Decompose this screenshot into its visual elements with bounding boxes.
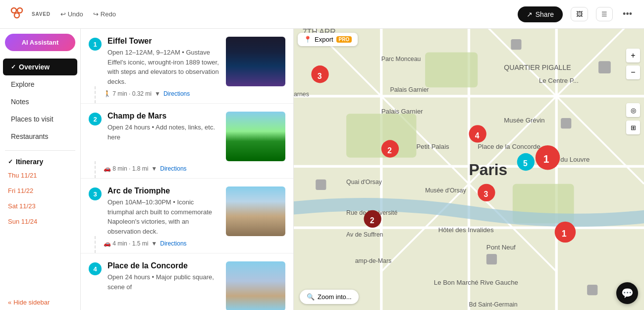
sidebar-date-item[interactable]: Thu 11/21: [0, 168, 80, 183]
directions-link[interactable]: Directions: [160, 165, 186, 172]
place-card: 4Place de la ConcordeOpen 24 hours • Maj…: [81, 253, 293, 310]
export-button[interactable]: 📍 Export PRO: [298, 33, 358, 46]
sidebar-item-explore[interactable]: Explore: [3, 76, 77, 93]
transport-info: 🚗 8 min · 1.8 mi: [104, 165, 148, 172]
svg-text:amp-de-Mars: amp-de-Mars: [355, 257, 392, 264]
svg-text:1: 1: [543, 153, 549, 165]
map-zoom-in-button[interactable]: +: [626, 49, 640, 62]
place-image: [226, 37, 285, 86]
sidebar-item-notes[interactable]: Notes: [3, 93, 77, 110]
svg-text:Petit Palais: Petit Palais: [416, 143, 449, 150]
undo-button[interactable]: ↩ Undo: [56, 8, 87, 20]
sidebar: AI Assistant Overview Explore Notes Plac…: [0, 29, 81, 310]
transport-arrow-icon: ▼: [151, 240, 157, 247]
sidebar-item-overview[interactable]: Overview: [3, 59, 77, 75]
transport-info: 🚗 4 min · 1.5 mi: [104, 240, 148, 247]
list-icon: ☰: [601, 10, 607, 18]
svg-rect-72: [598, 61, 611, 73]
place-name: Champ de Mars: [107, 112, 220, 121]
place-name: Place de la Concorde: [107, 261, 220, 270]
share-icon: ↗: [527, 10, 533, 18]
svg-rect-75: [316, 180, 326, 190]
place-name: Arc de Triomphe: [107, 186, 220, 195]
redo-button[interactable]: ↪ Redo: [89, 8, 120, 20]
place-card-inner: 3Arc de TriompheOpen 10AM–10:30PM • Icon…: [81, 179, 293, 236]
place-description: Open 10AM–10:30PM • Iconic triumphal arc…: [107, 197, 220, 236]
sidebar-item-itinerary[interactable]: Itinerary: [0, 154, 80, 168]
svg-rect-73: [511, 39, 521, 50]
svg-text:Av de Suffren: Av de Suffren: [346, 231, 383, 238]
sidebar-item-places[interactable]: Places to visit: [3, 111, 77, 127]
places-container: 1Eiffel TowerOpen 12–12AM, 9–12AM • Gust…: [81, 29, 293, 310]
hide-sidebar-button[interactable]: « Hide sidebar: [0, 295, 80, 310]
chat-icon: 💬: [621, 287, 634, 299]
svg-text:Bd Saint-Germain: Bd Saint-Germain: [469, 301, 518, 308]
sidebar-divider: [5, 150, 75, 151]
svg-text:Palais Garnier: Palais Garnier: [390, 86, 429, 93]
place-name: Eiffel Tower: [107, 37, 220, 46]
sidebar-nav: Overview Explore Notes Places to visit R…: [0, 56, 80, 147]
map-locate-button[interactable]: ◎: [626, 103, 640, 117]
place-description: Open 24 hours • Major public square, sce…: [107, 272, 220, 292]
place-image: [226, 261, 285, 310]
svg-text:4: 4: [475, 131, 480, 140]
svg-text:3: 3: [484, 190, 488, 198]
locate-icon: ◎: [631, 107, 636, 114]
app-logo: [8, 4, 26, 24]
sidebar-date-item[interactable]: Sun 11/24: [0, 214, 80, 229]
svg-text:Palais Garnier: Palais Garnier: [381, 108, 424, 115]
list-view-button[interactable]: ☰: [596, 7, 613, 21]
place-info: Champ de MarsOpen 24 hours • Add notes, …: [107, 112, 220, 161]
place-transport: 🚗 4 min · 1.5 mi ▼ Directions: [95, 236, 293, 253]
zoom-into-button[interactable]: 🔍 Zoom into...: [300, 290, 359, 304]
undo-icon: ↩: [60, 10, 66, 18]
topbar-actions: ↩ Undo ↪ Redo: [56, 8, 120, 20]
map-zoom-out-button[interactable]: −: [626, 65, 640, 79]
svg-rect-15: [425, 53, 478, 88]
map-layers-button[interactable]: ⊞: [626, 121, 640, 134]
svg-text:Musée Grévin: Musée Grévin: [504, 117, 544, 124]
main-content: AI Assistant Overview Explore Notes Plac…: [0, 29, 644, 310]
place-info: Arc de TriompheOpen 10AM–10:30PM • Iconi…: [107, 186, 220, 236]
directions-link[interactable]: Directions: [160, 240, 186, 247]
svg-rect-14: [346, 114, 416, 157]
place-card: 3Arc de TriompheOpen 10AM–10:30PM • Icon…: [81, 179, 293, 253]
svg-text:Parc Monceau: Parc Monceau: [381, 56, 421, 62]
svg-rect-76: [486, 254, 497, 264]
svg-text:Musée d'Orsay: Musée d'Orsay: [425, 187, 467, 194]
ai-assistant-button[interactable]: AI Assistant: [5, 34, 75, 51]
place-card-inner: 1Eiffel TowerOpen 12–12AM, 9–12AM • Gust…: [81, 29, 293, 86]
svg-text:Place de la Concorde: Place de la Concorde: [478, 143, 540, 150]
places-list: 1Eiffel TowerOpen 12–12AM, 9–12AM • Gust…: [81, 29, 294, 310]
place-info: Eiffel TowerOpen 12–12AM, 9–12AM • Gusta…: [107, 37, 220, 86]
svg-text:5: 5: [523, 159, 528, 168]
place-card-inner: 2Champ de MarsOpen 24 hours • Add notes,…: [81, 104, 293, 161]
image-view-button[interactable]: 🖼: [571, 7, 588, 21]
chevron-left-icon: «: [8, 299, 11, 306]
sidebar-date-item[interactable]: Sat 11/23: [0, 198, 80, 214]
search-zoom-icon: 🔍: [307, 293, 315, 301]
svg-text:Pont Neuf: Pont Neuf: [486, 244, 516, 251]
place-description: Open 24 hours • Add notes, links, etc. h…: [107, 123, 220, 142]
more-options-button[interactable]: •••: [619, 7, 636, 21]
place-image: [226, 186, 285, 236]
place-image: [226, 112, 285, 161]
transport-arrow-icon: ▼: [151, 165, 157, 172]
place-number-badge: 3: [89, 187, 102, 200]
place-card: 2Champ de MarsOpen 24 hours • Add notes,…: [81, 104, 293, 179]
svg-text:arnes: arnes: [294, 91, 309, 98]
place-number-badge: 4: [89, 262, 102, 275]
map-pin-icon: 📍: [304, 36, 312, 43]
sidebar-dates: Thu 11/21Fri 11/22Sat 11/23Sun 11/24: [0, 168, 80, 229]
sidebar-item-restaurants[interactable]: Restaurants: [3, 128, 77, 145]
share-button[interactable]: ↗ Share: [518, 6, 563, 22]
sidebar-date-item[interactable]: Fri 11/22: [0, 183, 80, 198]
transport-arrow-icon: ▼: [155, 90, 161, 97]
place-description: Open 12–12AM, 9–12AM • Gustave Eiffel's …: [107, 48, 220, 86]
chat-button[interactable]: 💬: [616, 282, 638, 304]
place-number-badge: 2: [89, 113, 102, 125]
svg-text:3: 3: [318, 72, 322, 80]
svg-text:Quai d'Orsay: Quai d'Orsay: [346, 179, 382, 186]
svg-text:2: 2: [387, 146, 392, 155]
directions-link[interactable]: Directions: [163, 90, 190, 97]
